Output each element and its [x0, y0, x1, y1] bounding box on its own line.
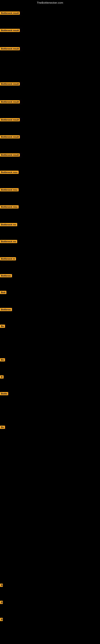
bottleneck-badge-20: B	[0, 375, 3, 378]
bottleneck-badge-row-16: Bott	[0, 291, 6, 295]
bottleneck-badge-4: Bottleneck result	[0, 82, 20, 86]
bottleneck-badge-row-14: Bottleneck re	[0, 257, 16, 261]
bottleneck-badge-row-25: B	[0, 618, 3, 622]
bottleneck-badge-5: Bottleneck result	[0, 100, 20, 104]
bottleneck-badge-row-5: Bottleneck result	[0, 100, 20, 104]
bottleneck-badge-row-23: B	[0, 584, 3, 588]
bottleneck-badge-row-2: Bottleneck result	[0, 29, 20, 33]
bottleneck-badge-row-22: Bo	[0, 426, 5, 430]
bottleneck-badge-row-10: Bottleneck resu	[0, 188, 19, 192]
bottleneck-badge-row-3: Bottleneck result	[0, 47, 20, 51]
bottleneck-badge-24: B	[0, 601, 3, 604]
bottleneck-badge-25: B	[0, 618, 3, 621]
bottleneck-badge-19: Bo	[0, 358, 5, 362]
bottleneck-badge-22: Bo	[0, 426, 5, 429]
bottleneck-badge-2: Bottleneck result	[0, 29, 20, 32]
bottleneck-badge-12: Bottleneck res	[0, 223, 17, 226]
bottleneck-badge-row-12: Bottleneck res	[0, 223, 17, 227]
bottleneck-badge-row-1: Bottleneck result	[0, 12, 20, 16]
bottleneck-badge-row-17: Bottlenec	[0, 308, 12, 312]
bottleneck-badge-row-24: B	[0, 601, 3, 605]
bottleneck-badge-21: Bottle	[0, 392, 8, 395]
bottleneck-badge-18: Bo	[0, 324, 5, 328]
bottleneck-badge-row-19: Bo	[0, 358, 5, 362]
bottleneck-badge-15: Bottlenec	[0, 274, 12, 277]
bottleneck-badge-13: Bottleneck res	[0, 240, 17, 243]
bottleneck-badge-row-13: Bottleneck res	[0, 240, 17, 244]
bottleneck-badge-3: Bottleneck result	[0, 47, 20, 50]
bottleneck-badge-1: Bottleneck result	[0, 12, 20, 15]
bottleneck-badge-23: B	[0, 584, 3, 587]
bottleneck-badge-11: Bottleneck resu	[0, 205, 19, 208]
bottleneck-badge-row-18: Bo	[0, 324, 5, 329]
bottleneck-badge-10: Bottleneck resu	[0, 188, 19, 192]
bottleneck-badge-row-8: Bottleneck result	[0, 153, 20, 158]
bottleneck-badge-6: Bottleneck result	[0, 118, 20, 121]
bottleneck-badge-row-21: Bottle	[0, 392, 8, 396]
bottleneck-badge-9: Bottleneck resu	[0, 171, 19, 174]
bottleneck-badge-row-4: Bottleneck result	[0, 82, 20, 86]
bottleneck-badge-row-20: B	[0, 375, 3, 379]
bottleneck-badge-16: Bott	[0, 291, 6, 294]
bottleneck-badge-row-11: Bottleneck resu	[0, 205, 19, 209]
bottleneck-badge-row-9: Bottleneck resu	[0, 171, 19, 175]
bottleneck-badge-7: Bottleneck result	[0, 135, 20, 138]
bottleneck-badge-row-15: Bottlenec	[0, 274, 12, 278]
bottleneck-badge-14: Bottleneck re	[0, 257, 16, 260]
bottleneck-badge-row-6: Bottleneck result	[0, 118, 20, 122]
site-title: TheBottlenecker.com	[0, 0, 100, 5]
bottleneck-badge-17: Bottlenec	[0, 308, 12, 311]
bottleneck-badge-8: Bottleneck result	[0, 153, 20, 156]
bottleneck-badge-row-7: Bottleneck result	[0, 135, 20, 139]
